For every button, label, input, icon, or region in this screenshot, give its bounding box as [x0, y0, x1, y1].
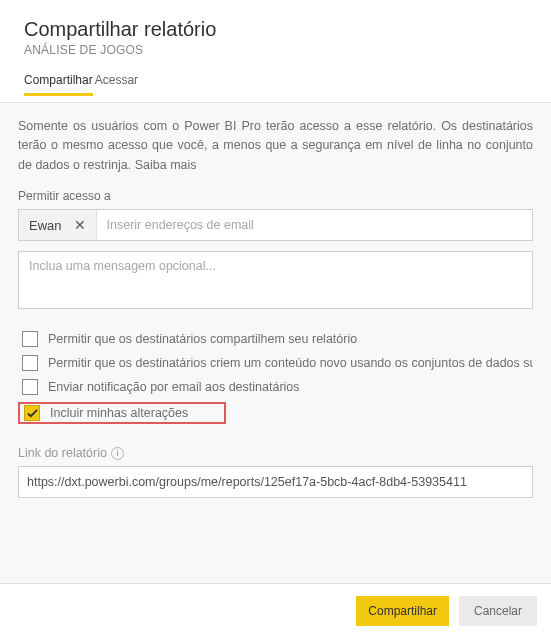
panel-footer: Compartilhar Cancelar: [0, 583, 551, 637]
recipient-chip-name: Ewan: [29, 218, 62, 233]
option-allow-build-label: Permitir que os destinatários criem um c…: [48, 356, 533, 370]
option-include-changes[interactable]: Incluir minhas alterações: [18, 402, 226, 424]
report-link-label-text: Link do relatório: [18, 446, 107, 460]
remove-chip-icon[interactable]: ✕: [70, 217, 90, 233]
checkbox-allow-build[interactable]: [22, 355, 38, 371]
tab-bar: Compartilhar Acessar: [24, 69, 527, 96]
share-button[interactable]: Compartilhar: [356, 596, 449, 626]
panel-title: Compartilhar relatório: [24, 18, 527, 41]
option-allow-reshare[interactable]: Permitir que os destinatários compartilh…: [18, 330, 533, 348]
share-report-panel: Compartilhar relatório ANÁLISE DE JOGOS …: [0, 0, 551, 637]
recipient-chip: Ewan ✕: [19, 210, 97, 240]
report-link-label: Link do relatório i: [18, 446, 533, 460]
panel-subtitle: ANÁLISE DE JOGOS: [24, 43, 527, 57]
recipient-field[interactable]: Ewan ✕: [18, 209, 533, 241]
tab-access[interactable]: Acessar: [95, 69, 138, 96]
report-link-section: Link do relatório i: [18, 446, 533, 498]
report-link-field: [18, 466, 533, 498]
recipient-input[interactable]: [97, 210, 532, 240]
option-allow-reshare-label: Permitir que os destinatários compartilh…: [48, 332, 357, 346]
checkbox-include-changes[interactable]: [24, 405, 40, 421]
info-icon: i: [111, 447, 124, 460]
checkbox-allow-reshare[interactable]: [22, 331, 38, 347]
panel-body: Somente os usuários com o Power BI Pro t…: [0, 103, 551, 590]
cancel-button[interactable]: Cancelar: [459, 596, 537, 626]
report-link-input[interactable]: [19, 467, 532, 497]
option-allow-build[interactable]: Permitir que os destinatários criem um c…: [18, 354, 533, 372]
option-include-changes-label: Incluir minhas alterações: [50, 406, 188, 420]
message-input[interactable]: [18, 251, 533, 309]
checkbox-send-email[interactable]: [22, 379, 38, 395]
option-send-email-label: Enviar notificação por email aos destina…: [48, 380, 300, 394]
access-description: Somente os usuários com o Power BI Pro t…: [18, 117, 533, 175]
access-label: Permitir acesso a: [18, 189, 533, 203]
option-send-email[interactable]: Enviar notificação por email aos destina…: [18, 378, 533, 396]
panel-header: Compartilhar relatório ANÁLISE DE JOGOS …: [0, 0, 551, 102]
tab-share[interactable]: Compartilhar: [24, 69, 93, 96]
